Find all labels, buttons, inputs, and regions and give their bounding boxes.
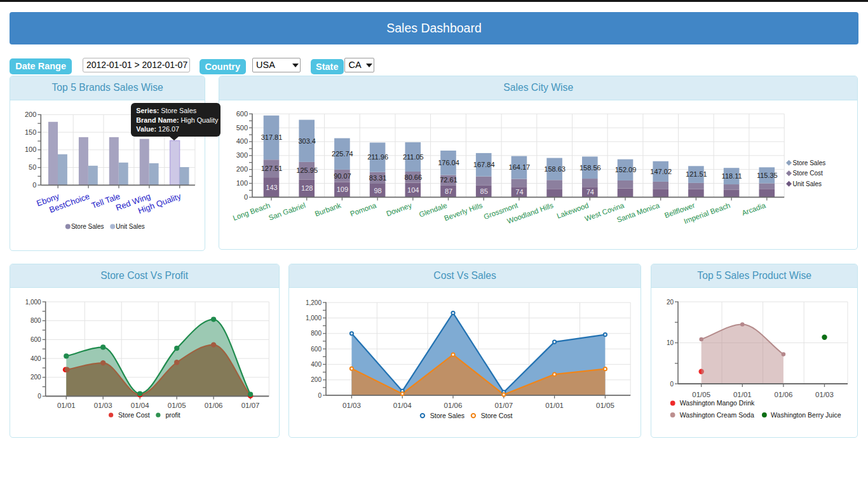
svg-text:100: 100 — [236, 179, 248, 187]
svg-text:147.02: 147.02 — [650, 168, 672, 175]
svg-text:Burbank: Burbank — [314, 201, 342, 218]
svg-text:167.84: 167.84 — [473, 161, 495, 168]
svg-text:01/03: 01/03 — [94, 402, 112, 409]
svg-text:303.4: 303.4 — [298, 137, 316, 145]
svg-text:104: 104 — [407, 186, 419, 194]
svg-text:300: 300 — [236, 151, 248, 159]
svg-text:Store Sales: Store Sales — [793, 159, 826, 166]
svg-text:01/06: 01/06 — [775, 391, 793, 398]
svg-text:01/04: 01/04 — [393, 402, 412, 409]
svg-text:80.66: 80.66 — [405, 173, 423, 181]
svg-text:600: 600 — [236, 110, 248, 118]
svg-text:200: 200 — [25, 111, 36, 118]
svg-text:400: 400 — [311, 361, 322, 368]
svg-text:83.31: 83.31 — [369, 174, 387, 182]
svg-text:0: 0 — [37, 393, 41, 400]
svg-text:600: 600 — [31, 336, 41, 343]
svg-text:1,200: 1,200 — [306, 299, 322, 306]
svg-text:50: 50 — [29, 163, 36, 171]
svg-text:Store Cost: Store Cost — [481, 412, 513, 419]
svg-text:Long Beach: Long Beach — [232, 201, 271, 222]
svg-text:158.63: 158.63 — [544, 165, 566, 173]
svg-text:211.05: 211.05 — [403, 153, 424, 161]
svg-text:158.56: 158.56 — [580, 164, 601, 172]
svg-text:87: 87 — [445, 187, 452, 195]
svg-text:Downey: Downey — [385, 201, 412, 218]
svg-text:115.35: 115.35 — [757, 172, 778, 179]
svg-text:72.61: 72.61 — [440, 176, 458, 184]
svg-text:Store Cost: Store Cost — [118, 411, 150, 419]
svg-text:127.51: 127.51 — [261, 165, 283, 172]
svg-text:0: 0 — [318, 392, 322, 399]
svg-text:01/07: 01/07 — [494, 402, 513, 409]
svg-text:Store Sales: Store Sales — [71, 223, 104, 230]
svg-text:317.81: 317.81 — [261, 133, 283, 141]
svg-text:01/07: 01/07 — [241, 402, 260, 409]
svg-text:01/05: 01/05 — [168, 402, 186, 409]
svg-text:109: 109 — [337, 186, 348, 193]
svg-text:Washington Berry Juice: Washington Berry Juice — [771, 411, 841, 419]
svg-text:600: 600 — [311, 346, 322, 353]
svg-text:800: 800 — [311, 330, 322, 337]
svg-text:01/05: 01/05 — [596, 402, 614, 409]
svg-text:85: 85 — [480, 187, 488, 195]
svg-text:100: 100 — [25, 146, 36, 153]
svg-text:176.04: 176.04 — [438, 159, 459, 166]
svg-text:Unit Sales: Unit Sales — [116, 223, 145, 230]
svg-text:400: 400 — [236, 137, 248, 145]
svg-text:Arcadia: Arcadia — [741, 201, 767, 217]
svg-text:200: 200 — [31, 374, 41, 381]
svg-text:profit: profit — [165, 411, 180, 419]
svg-text:74: 74 — [515, 188, 523, 196]
svg-text:Unit Sales: Unit Sales — [793, 180, 822, 187]
svg-text:125.95: 125.95 — [296, 166, 318, 174]
svg-text:Store Sales: Store Sales — [430, 412, 465, 419]
svg-text:01/05: 01/05 — [692, 391, 710, 398]
svg-text:1,000: 1,000 — [25, 299, 41, 306]
svg-text:118.11: 118.11 — [722, 172, 742, 180]
svg-text:Store Cost: Store Cost — [793, 170, 823, 177]
svg-text:Pomona: Pomona — [349, 201, 377, 218]
svg-text:01/06: 01/06 — [205, 402, 223, 409]
svg-text:20: 20 — [667, 299, 674, 306]
svg-text:0: 0 — [244, 193, 248, 201]
svg-text:500: 500 — [236, 124, 248, 132]
svg-text:121.51: 121.51 — [686, 170, 707, 178]
svg-text:800: 800 — [31, 317, 41, 324]
svg-text:225.74: 225.74 — [332, 150, 353, 158]
svg-text:01/01: 01/01 — [57, 402, 76, 409]
svg-text:01/06: 01/06 — [444, 402, 463, 409]
svg-text:200: 200 — [236, 165, 248, 173]
svg-text:San Gabriel: San Gabriel — [268, 201, 306, 222]
svg-text:01/01: 01/01 — [545, 402, 564, 409]
svg-text:01/01: 01/01 — [733, 391, 752, 398]
svg-text:74: 74 — [587, 188, 594, 196]
svg-text:01/04: 01/04 — [131, 402, 149, 409]
svg-text:Washington Mango Drink: Washington Mango Drink — [680, 399, 755, 407]
svg-text:164.17: 164.17 — [509, 163, 531, 171]
svg-text:150: 150 — [25, 128, 36, 136]
svg-text:01/03: 01/03 — [815, 391, 834, 398]
svg-text:143: 143 — [266, 184, 277, 191]
svg-text:01/03: 01/03 — [342, 402, 361, 409]
svg-text:0: 0 — [670, 381, 674, 388]
svg-text:200: 200 — [311, 376, 322, 383]
svg-text:211.96: 211.96 — [367, 153, 388, 161]
svg-text:90.07: 90.07 — [334, 172, 351, 180]
svg-text:152.09: 152.09 — [615, 166, 637, 173]
svg-text:400: 400 — [31, 355, 41, 362]
svg-text:10: 10 — [667, 339, 674, 346]
svg-text:Beverly Hills: Beverly Hills — [443, 201, 484, 222]
svg-text:98: 98 — [374, 187, 381, 194]
svg-text:Washington Cream Soda: Washington Cream Soda — [680, 411, 754, 419]
svg-text:0: 0 — [32, 181, 36, 189]
svg-text:128: 128 — [301, 184, 313, 192]
svg-text:1,000: 1,000 — [306, 315, 322, 322]
